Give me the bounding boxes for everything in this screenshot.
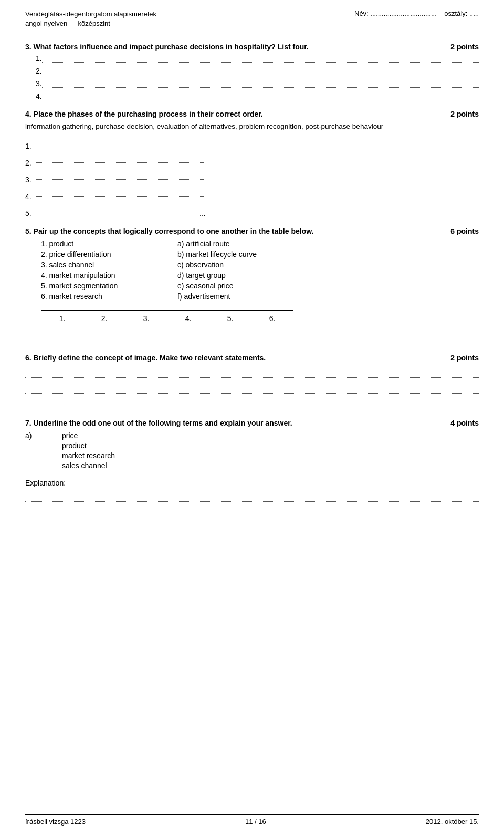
footer-right: 2012. október 15. (426, 818, 479, 826)
table-header-1: 1. (41, 310, 83, 327)
sub-a-label: a) (25, 431, 51, 471)
question-3: 2 points 3. What factors influence and i… (25, 43, 479, 100)
pairing-area: 1. product 2. price differentiation 3. s… (41, 240, 479, 344)
question-7-title: 4 points 7. Underline the odd one out of… (25, 419, 479, 427)
header-right: Név: ...................................… (354, 9, 479, 17)
table-header-4: 4. (167, 310, 209, 327)
pair-left-3: 3. sales channel (41, 261, 156, 269)
question-6-number: 6. (25, 354, 32, 362)
table-answer-3[interactable] (125, 327, 167, 344)
page-header: Vendéglátás-idegenforgalom alapismeretek… (25, 9, 479, 33)
pair-left-2: 2. price differentiation (41, 250, 156, 259)
question-4-number: 4. (25, 110, 32, 118)
q6-line-1 (25, 367, 479, 378)
table-answer-1[interactable] (41, 327, 83, 344)
class-label: osztály: (444, 9, 467, 17)
question-5: 6 points 5. Pair up the concepts that lo… (25, 227, 479, 344)
table-answer-6[interactable] (251, 327, 293, 344)
table-header-5: 5. (209, 310, 251, 327)
explanation-row: Explanation: (25, 479, 479, 487)
footer-left: írásbeli vizsga 1223 (25, 818, 86, 826)
page-footer: írásbeli vizsga 1223 11 / 16 2012. októb… (25, 814, 479, 826)
line-3-2: 2. (36, 67, 479, 75)
question-6-title: 2 points 6. Briefly define the concept o… (25, 354, 479, 362)
question-7: 4 points 7. Underline the odd one out of… (25, 419, 479, 502)
pair-left-4: 4. market manipulation (41, 271, 156, 280)
pairing-right: a) artificial route b) market lifecycle … (177, 240, 293, 303)
table-answer-2[interactable] (83, 327, 125, 344)
question-6: 2 points 6. Briefly define the concept o… (25, 354, 479, 409)
explanation-dots-2 (25, 491, 479, 502)
question-4-text: Place the phases of the purchasing proce… (34, 110, 263, 118)
question-3-points: 2 points (450, 43, 479, 51)
sub-a-item-3: market research (62, 451, 115, 460)
question-6-text: Briefly define the concept of image. Mak… (34, 354, 266, 362)
q6-line-3 (25, 399, 479, 409)
header-title-line2: angol nyelven — középszint (25, 19, 110, 27)
question-5-text: Pair up the concepts that logically corr… (34, 227, 314, 235)
question-3-number: 3. (25, 43, 32, 51)
header-left: Vendéglátás-idegenforgalom alapismeretek… (25, 9, 156, 28)
pair-right-f: f) advertisement (177, 292, 293, 301)
question-3-text: What factors influence and impact purcha… (34, 43, 309, 51)
pairing-columns: 1. product 2. price differentiation 3. s… (41, 240, 479, 303)
pair-right-d: d) target group (177, 271, 293, 280)
question-4-title: 2 points 4. Place the phases of the purc… (25, 110, 479, 118)
line-4-2: 2. (25, 154, 479, 167)
question-5-number: 5. (25, 227, 32, 235)
line-3-4: 4. (36, 92, 479, 100)
question-7-number: 7. (25, 419, 32, 427)
sub-a-item-4: sales channel (62, 461, 115, 470)
line-3-1: 1. (36, 54, 479, 63)
question-4: 2 points 4. Place the phases of the purc… (25, 110, 479, 217)
class-dots: ..... (469, 9, 479, 17)
question-3-title: 2 points 3. What factors influence and i… (25, 43, 479, 51)
pair-right-c: c) observation (177, 261, 293, 269)
explanation-dots-1 (68, 479, 474, 487)
table-answer-5[interactable] (209, 327, 251, 344)
line-4-1: 1. (25, 138, 479, 150)
question-5-title: 6 points 5. Pair up the concepts that lo… (25, 227, 479, 235)
question-6-points: 2 points (450, 354, 479, 362)
q6-line-2 (25, 383, 479, 394)
question-7-sub-a: a) price product market research sales c… (25, 431, 479, 471)
table-header-3: 3. (125, 310, 167, 327)
answer-table-header-row: 1. 2. 3. 4. 5. 6. (41, 310, 293, 327)
question-3-lines: 1. 2. 3. 4. (36, 54, 479, 100)
explanation-label: Explanation: (25, 479, 66, 487)
question-7-text: Underline the odd one out of the followi… (34, 419, 292, 427)
sub-a-item-1: price (62, 431, 115, 440)
line-4-4: 4. (25, 188, 479, 201)
pair-left-5: 5. market segmentation (41, 282, 156, 290)
name-label: Név: (354, 9, 369, 17)
pair-right-b: b) market lifecycle curve (177, 250, 293, 259)
line-4-3: 3. (25, 171, 479, 184)
sub-a-item-2: product (62, 441, 115, 450)
header-title-line1: Vendéglátás-idegenforgalom alapismeretek (25, 10, 156, 18)
pair-left-1: 1. product (41, 240, 156, 248)
question-6-lines (25, 367, 479, 409)
line-3-3: 3. (36, 79, 479, 88)
sub-a-items: price product market research sales chan… (62, 431, 115, 471)
pair-left-6: 6. market research (41, 292, 156, 301)
line-4-5: 5. ... (25, 205, 479, 218)
pair-right-a: a) artificial route (177, 240, 293, 248)
question-4-lines: 1. 2. 3. 4. 5. ... (25, 138, 479, 218)
question-5-points: 6 points (450, 227, 479, 235)
answer-table: 1. 2. 3. 4. 5. 6. (41, 310, 293, 344)
answer-table-answer-row (41, 327, 293, 344)
table-header-2: 2. (83, 310, 125, 327)
table-answer-4[interactable] (167, 327, 209, 344)
pairing-left: 1. product 2. price differentiation 3. s… (41, 240, 156, 303)
name-dots: ................................... (370, 9, 436, 17)
footer-center: 11 / 16 (245, 818, 266, 826)
table-header-6: 6. (251, 310, 293, 327)
question-4-points: 2 points (450, 110, 479, 118)
question-7-points: 4 points (450, 419, 479, 427)
pair-right-e: e) seasonal price (177, 282, 293, 290)
question-4-info: information gathering, purchase decision… (25, 121, 479, 132)
